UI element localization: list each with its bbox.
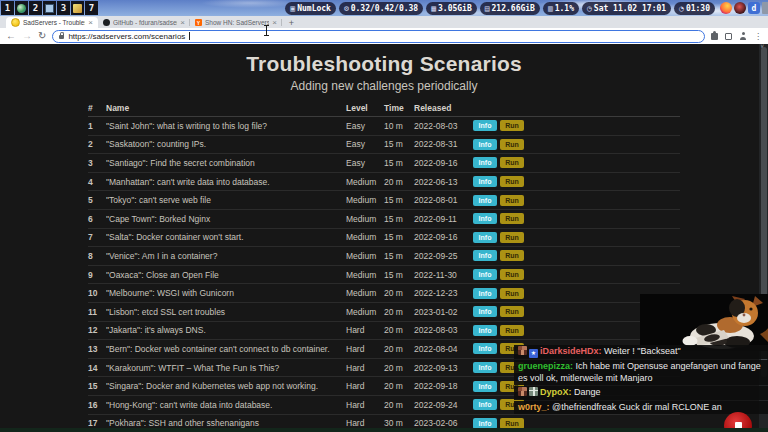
extensions-icon[interactable]: [711, 33, 718, 40]
scenario-released: 2022-09-18: [414, 381, 470, 391]
scenario-level: Medium: [346, 195, 384, 205]
editor-icon[interactable]: [71, 1, 84, 15]
scenario-level: Hard: [346, 344, 384, 354]
workspace-button[interactable]: 2: [29, 1, 42, 15]
scenario-name: "Tokyo": can't serve web file: [106, 195, 346, 205]
scenario-time: 20 m: [384, 307, 414, 317]
run-button[interactable]: Run: [500, 418, 524, 428]
run-button[interactable]: Run: [500, 269, 524, 280]
info-button[interactable]: Info: [473, 232, 497, 243]
workspace-button[interactable]: 3: [57, 1, 70, 15]
chat-text: Weiter ! "Backseat": [602, 346, 681, 356]
scenario-released: 2022-08-31: [414, 139, 470, 149]
tab-close-icon[interactable]: ×: [272, 19, 277, 27]
scenario-level: Hard: [346, 418, 384, 428]
chat-message: ★iDarksideHDx: Weiter ! "Backseat": [514, 345, 768, 359]
github-favicon: [103, 19, 110, 26]
scenario-released: 2022-08-04: [414, 344, 470, 354]
scenario-level: Medium: [346, 288, 384, 298]
table-row: 17"Pokhara": SSH and other sshenanigansH…: [88, 415, 680, 429]
run-button[interactable]: Run: [500, 213, 524, 224]
scenario-released: 2022-09-16: [414, 232, 470, 242]
numlock-label: NumLock: [297, 2, 331, 15]
url-text[interactable]: https://sadservers.com/scenarios: [68, 32, 185, 41]
sidepanel-icon[interactable]: [725, 33, 732, 40]
info-button[interactable]: Info: [473, 343, 497, 354]
row-number: 11: [88, 307, 106, 317]
browser-menu-icon[interactable]: ⋮: [754, 32, 762, 41]
info-button[interactable]: Info: [473, 381, 497, 392]
tab-close-icon[interactable]: ×: [88, 19, 93, 27]
scenario-time: 10 m: [384, 121, 414, 131]
info-button[interactable]: Info: [473, 362, 497, 373]
toolbar-right-icons: ⋮: [711, 32, 762, 41]
header-released: Released: [414, 103, 470, 113]
scenario-released: 2022-12-23: [414, 288, 470, 298]
run-button[interactable]: Run: [500, 139, 524, 150]
run-button[interactable]: Run: [500, 288, 524, 299]
timer-icon: ◔: [679, 2, 684, 15]
run-button[interactable]: Run: [500, 325, 524, 336]
run-button[interactable]: Run: [500, 250, 524, 261]
run-button[interactable]: Run: [500, 176, 524, 187]
run-button[interactable]: Run: [500, 120, 524, 131]
workspace-button[interactable]: 7: [85, 1, 98, 15]
info-button[interactable]: Info: [473, 176, 497, 187]
scenario-released: 2022-08-03: [414, 325, 470, 335]
scenario-released: 2022-11-30: [414, 270, 470, 280]
status-value: 3.05GiB: [438, 2, 472, 15]
info-button[interactable]: Info: [473, 418, 497, 428]
info-button[interactable]: Info: [473, 157, 497, 168]
screen: 1237 ▣ NumLock ⚙0.32/0.42/0.38▦3.05GiB▤2…: [0, 0, 768, 432]
tab-close-icon[interactable]: ×: [180, 19, 185, 27]
tray-overflow-icon[interactable]: [762, 2, 768, 14]
pixel-head-badge: [518, 346, 527, 355]
info-button[interactable]: Info: [473, 325, 497, 336]
browser-tab[interactable]: SadServers - Troubleshoo×: [6, 17, 98, 28]
address-bar[interactable]: https://sadservers.com/scenarios: [52, 30, 705, 43]
run-button[interactable]: Run: [500, 232, 524, 243]
window-icon: ▣: [290, 2, 295, 15]
run-button[interactable]: Run: [500, 306, 524, 317]
table-row: 2"Saskatoon": counting IPs.Easy15 m2022-…: [88, 136, 680, 155]
info-button[interactable]: Info: [473, 120, 497, 131]
info-button[interactable]: Info: [473, 288, 497, 299]
workspace-button[interactable]: 1: [1, 1, 14, 15]
info-button[interactable]: Info: [473, 213, 497, 224]
scenario-name: "Manhattan": can't write data into datab…: [106, 177, 346, 187]
run-button[interactable]: Run: [500, 195, 524, 206]
discord-icon[interactable]: d: [748, 2, 760, 14]
row-number: 7: [88, 232, 106, 242]
webcam-overlay: [640, 294, 768, 351]
info-button[interactable]: Info: [473, 195, 497, 206]
row-number: 9: [88, 270, 106, 280]
terminal-icon[interactable]: [43, 1, 56, 15]
reload-icon[interactable]: ↻: [38, 31, 46, 41]
browser-tab[interactable]: GitHub - fduran/sadserve×: [98, 17, 190, 28]
new-tab-button[interactable]: +: [286, 17, 297, 28]
back-icon[interactable]: ←: [6, 31, 16, 41]
info-button[interactable]: Info: [473, 269, 497, 280]
info-button[interactable]: Info: [473, 306, 497, 317]
firefox-icon[interactable]: [720, 2, 732, 14]
page-subtitle: Adding new challenges periodically: [0, 79, 768, 93]
browser-tab-strip: SadServers - Troubleshoo×GitHub - fduran…: [0, 16, 768, 28]
table-header-row: # Name Level Time Released: [88, 100, 680, 117]
info-button[interactable]: Info: [473, 399, 497, 410]
numlock-pill: ▣ NumLock: [285, 2, 336, 15]
media-player-icon[interactable]: [734, 2, 746, 14]
row-number: 3: [88, 158, 106, 168]
table-row: 5"Tokyo": can't serve web fileMedium15 m…: [88, 191, 680, 210]
info-button[interactable]: Info: [473, 250, 497, 261]
scenario-name: "Lisbon": etcd SSL cert troubles: [106, 307, 346, 317]
chat-username: gruenepizza:: [518, 361, 573, 371]
globe-icon[interactable]: [15, 1, 28, 15]
clock-icon: ◷: [587, 2, 592, 15]
status-right-group: ▣ NumLock ⚙0.32/0.42/0.38▦3.05GiB▤212.66…: [285, 2, 768, 15]
info-button[interactable]: Info: [473, 139, 497, 150]
run-button[interactable]: Run: [500, 157, 524, 168]
workspace-switcher: 1237: [1, 1, 98, 15]
profile-icon[interactable]: [739, 32, 747, 40]
forward-icon[interactable]: →: [22, 31, 32, 41]
tab-title: GitHub - fduran/sadserve: [113, 19, 177, 26]
